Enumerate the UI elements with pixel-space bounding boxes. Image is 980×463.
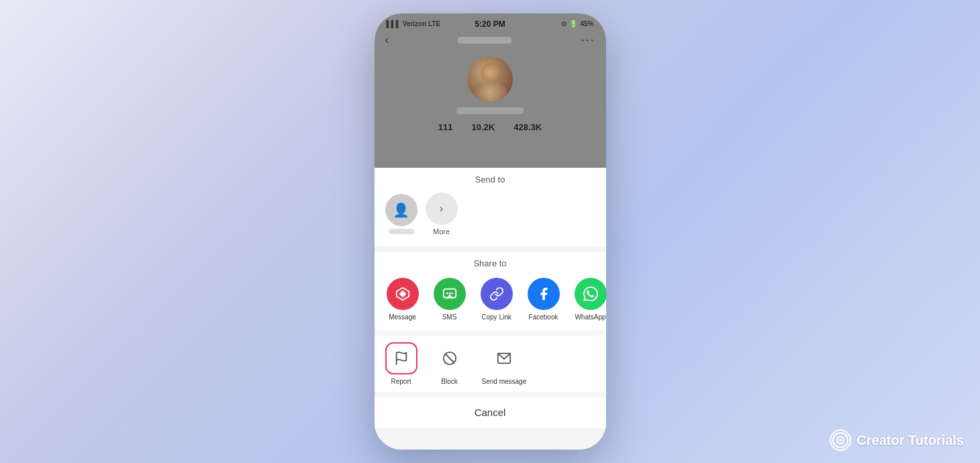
share-message-button[interactable]: Message <box>385 278 420 321</box>
more-contacts-circle: › <box>426 193 458 225</box>
carrier: ▌▌▌ Verizon LTE <box>387 20 441 28</box>
svg-line-8 <box>445 354 454 363</box>
whatsapp-icon-circle <box>575 278 606 310</box>
contact-name-placeholder <box>389 229 414 234</box>
carrier-text: Verizon LTE <box>403 20 441 28</box>
avatar-container <box>375 56 606 102</box>
more-options-button[interactable]: ··· <box>581 33 595 47</box>
svg-point-12 <box>839 439 842 442</box>
time-display: 5:20 PM <box>475 19 505 29</box>
send-to-section: Send to 👤 › More <box>375 168 606 246</box>
creator-icon <box>832 431 849 449</box>
share-row: Message SMS <box>375 274 606 325</box>
bottom-sheet: Send to 👤 › More Share to <box>375 168 606 450</box>
avatar <box>467 56 513 102</box>
battery-icon: 🔋 <box>569 20 577 28</box>
stat-followers: 10.2K <box>472 122 495 132</box>
message-label: Message <box>389 313 416 321</box>
send-message-label: Send message <box>482 378 527 385</box>
status-bar: ▌▌▌ Verizon LTE 5:20 PM ⊙ 🔋 45% <box>375 13 606 30</box>
report-icon-circle <box>385 342 418 374</box>
facebook-label: Facebook <box>529 313 558 321</box>
block-button[interactable]: Block <box>434 342 466 385</box>
stats-bar: 111 10.2K 428.3K <box>375 122 606 140</box>
profile-area: ▌▌▌ Verizon LTE 5:20 PM ⊙ 🔋 45% ‹ ··· <box>375 13 606 168</box>
svg-point-4 <box>448 293 450 295</box>
envelope-icon <box>497 351 511 366</box>
svg-marker-1 <box>399 291 406 298</box>
more-contacts-button[interactable]: › More <box>426 193 458 236</box>
watermark: Creator Tutorials <box>830 429 964 451</box>
username-bar <box>375 107 606 114</box>
share-facebook-button[interactable]: Facebook <box>526 278 561 321</box>
facebook-icon <box>536 287 551 301</box>
battery-level: 45% <box>580 20 593 28</box>
message-icon <box>395 287 410 301</box>
more-contacts-label: More <box>433 227 450 236</box>
whatsapp-label: WhatsApp <box>575 313 605 321</box>
back-button[interactable]: ‹ <box>385 33 389 47</box>
svg-point-3 <box>446 293 448 295</box>
sms-label: SMS <box>442 313 457 321</box>
watermark-logo <box>830 429 851 451</box>
location-icon: ⊙ <box>561 20 567 28</box>
contact-item[interactable]: 👤 <box>385 194 418 234</box>
actions-section: Report Block <box>375 336 606 392</box>
chevron-right-icon: › <box>440 203 443 215</box>
battery-info: ⊙ 🔋 45% <box>561 20 593 28</box>
copylink-icon <box>489 287 504 301</box>
send-message-icon-circle <box>488 342 520 374</box>
phone-frame: ▌▌▌ Verizon LTE 5:20 PM ⊙ 🔋 45% ‹ ··· <box>375 13 606 450</box>
nav-bar: ‹ ··· <box>375 30 606 50</box>
sms-icon <box>442 287 457 301</box>
block-icon-circle <box>434 342 466 374</box>
report-button[interactable]: Report <box>385 342 418 385</box>
watermark-text: Creator Tutorials <box>856 433 964 448</box>
username-text-placeholder <box>456 107 524 114</box>
stat-following: 111 <box>438 122 453 132</box>
username-placeholder-bar <box>458 37 511 44</box>
share-whatsapp-button[interactable]: WhatsApp <box>573 278 606 321</box>
flag-icon <box>394 351 409 366</box>
share-to-section: Share to Message <box>375 252 606 330</box>
stat-likes: 428.3K <box>513 122 542 132</box>
message-icon-circle <box>387 278 419 310</box>
copylink-label: Copy Link <box>481 313 511 321</box>
share-to-title: Share to <box>375 258 606 268</box>
send-to-row: 👤 › More <box>375 190 606 241</box>
person-icon: 👤 <box>393 202 409 218</box>
copylink-icon-circle <box>481 278 513 310</box>
contact-avatar-circle: 👤 <box>385 194 418 226</box>
share-sms-button[interactable]: SMS <box>432 278 467 321</box>
svg-point-5 <box>451 293 453 295</box>
send-message-button[interactable]: Send message <box>482 342 527 385</box>
share-copylink-button[interactable]: Copy Link <box>479 278 514 321</box>
cancel-label: Cancel <box>475 407 506 418</box>
send-to-title: Send to <box>375 174 606 185</box>
cancel-button[interactable]: Cancel <box>375 397 606 428</box>
report-label: Report <box>391 378 411 385</box>
sms-icon-circle <box>434 278 466 310</box>
facebook-icon-circle <box>528 278 560 310</box>
whatsapp-icon <box>583 287 598 301</box>
block-icon <box>442 351 457 366</box>
signal-bars: ▌▌▌ <box>387 20 401 28</box>
block-label: Block <box>441 378 457 385</box>
